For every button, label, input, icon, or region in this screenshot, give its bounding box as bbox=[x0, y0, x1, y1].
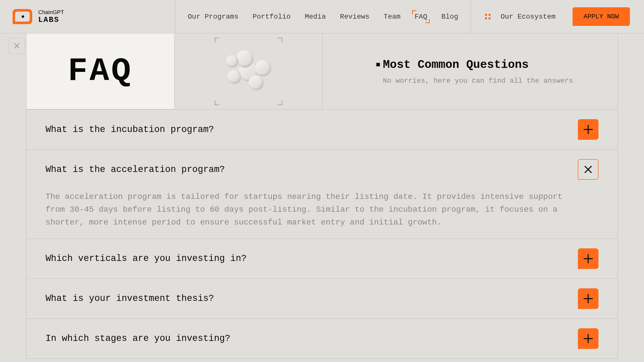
hero-image-block bbox=[175, 33, 323, 109]
faq-row[interactable]: What is the incubation program? bbox=[46, 119, 598, 140]
plus-icon bbox=[584, 125, 593, 134]
nav-faq[interactable]: FAQ bbox=[415, 13, 427, 21]
expand-button[interactable] bbox=[578, 288, 598, 309]
nav-reviews[interactable]: Reviews bbox=[340, 13, 370, 21]
collapse-button[interactable] bbox=[578, 159, 598, 180]
grid-icon bbox=[485, 14, 491, 19]
close-icon[interactable]: ✕ bbox=[9, 38, 25, 54]
faq-answer: The acceleration program is tailored for… bbox=[46, 190, 576, 229]
nav-blog[interactable]: Blog bbox=[441, 13, 458, 21]
plus-icon bbox=[584, 334, 593, 343]
ecosystem-link[interactable]: Our Ecosystem bbox=[501, 13, 562, 21]
faq-item bbox=[26, 358, 618, 362]
faq-question: What is your investment thesis? bbox=[46, 293, 214, 304]
decorative-3d-icon bbox=[215, 38, 282, 105]
nav-portfolio[interactable]: Portfolio bbox=[253, 13, 291, 21]
faq-row[interactable]: What is the acceleration program? bbox=[46, 159, 598, 180]
expand-button[interactable] bbox=[578, 248, 598, 269]
main-nav: Our Programs Portfolio Media Reviews Tea… bbox=[175, 0, 471, 33]
plus-icon bbox=[584, 294, 593, 303]
faq-row[interactable]: Which verticals are you investing in? bbox=[46, 248, 598, 269]
hero-heading: Most Common Questions bbox=[383, 58, 618, 71]
brand-bottom: LABS bbox=[38, 16, 64, 24]
nav-team[interactable]: Team bbox=[384, 13, 400, 21]
hero-subtitle: No worries, here you can find all the an… bbox=[383, 77, 618, 85]
brand-top: ChainGPT bbox=[38, 9, 64, 16]
main-content: ✕ FAQ Most Common Questions No worries, … bbox=[0, 33, 644, 362]
faq-list: What is the incubation program? What is … bbox=[26, 109, 618, 362]
page-title: FAQ bbox=[68, 53, 133, 90]
faq-row[interactable]: In which stages are you investing? bbox=[46, 328, 598, 349]
faq-row[interactable]: What is your investment thesis? bbox=[46, 288, 598, 309]
nav-media[interactable]: Media bbox=[305, 13, 326, 21]
plus-icon bbox=[584, 254, 593, 263]
faq-question: What is the acceleration program? bbox=[46, 164, 225, 175]
expand-button[interactable] bbox=[578, 328, 598, 349]
brand-icon bbox=[13, 9, 32, 24]
logo-section: ChainGPT LABS bbox=[0, 0, 175, 33]
brand-text: ChainGPT LABS bbox=[38, 9, 64, 24]
faq-question: Which verticals are you investing in? bbox=[46, 253, 247, 264]
hero-text-block: Most Common Questions No worries, here y… bbox=[323, 33, 618, 109]
image-frame bbox=[215, 38, 282, 105]
faq-question: What is the incubation program? bbox=[46, 124, 214, 135]
hero-section: FAQ Most Common Questions No worries, he… bbox=[26, 33, 618, 109]
faq-item: In which stages are you investing? bbox=[26, 319, 618, 358]
hero-title-block: FAQ bbox=[26, 33, 175, 109]
header: ChainGPT LABS Our Programs Portfolio Med… bbox=[0, 0, 644, 33]
faq-item: What is your investment thesis? bbox=[26, 279, 618, 319]
apply-button[interactable]: APPLY NOW bbox=[573, 7, 630, 26]
faq-item: What is the acceleration program? The ac… bbox=[26, 149, 618, 239]
header-right: Our Ecosystem APPLY NOW bbox=[471, 0, 644, 33]
faq-item: Which verticals are you investing in? bbox=[26, 239, 618, 279]
nav-programs[interactable]: Our Programs bbox=[188, 13, 238, 21]
faq-item: What is the incubation program? bbox=[26, 109, 618, 149]
faq-question: In which stages are you investing? bbox=[46, 333, 230, 344]
expand-button[interactable] bbox=[578, 119, 598, 140]
close-icon bbox=[584, 165, 592, 174]
